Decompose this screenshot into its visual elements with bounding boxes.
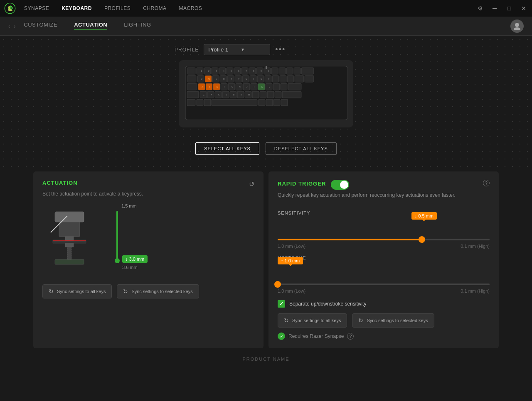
svg-rect-13	[234, 68, 241, 74]
svg-rect-8	[197, 68, 203, 74]
svg-rect-64	[275, 91, 281, 98]
sensitivity-slider-container: ↓ 0.5 mm	[278, 224, 490, 240]
rt-header: RAPID TRIGGER Quickly repeat key actuati…	[278, 180, 490, 205]
svg-rect-10	[212, 68, 218, 74]
svg-rect-53	[187, 91, 199, 98]
keyboard-display-area: 12345 67890 Q W ERTYUIOP A S D FGHJI K L…	[0, 60, 532, 136]
upstroke-labels: 1.0 mm (Low) 0.1 mm (High)	[278, 289, 490, 293]
upstroke-slider-track[interactable]	[278, 284, 490, 285]
svg-rect-118	[55, 259, 84, 264]
close-icon[interactable]: ✕	[520, 4, 528, 12]
rt-help-icon[interactable]: ?	[483, 180, 490, 186]
upstroke-section: UPSTROKE ↑ 1.0 mm 1.0 mm (Low) 0.1 mm (H…	[278, 255, 490, 293]
depth-top-label: 1.5 mm	[121, 203, 137, 208]
rt-sync-all-button[interactable]: ↻ Sync settings to all keys	[278, 313, 347, 328]
maximize-icon[interactable]: □	[505, 4, 513, 12]
forward-arrow[interactable]: ›	[14, 23, 16, 29]
upstroke-low-label: 1.0 mm (Low)	[278, 289, 305, 293]
title-bar: ⚙ 🐍 SYNAPSE KEYBOARD PROFILES CHROMA MAC…	[0, 0, 532, 17]
razer-logo: ⚙ 🐍	[4, 2, 16, 14]
nav-arrows: ‹ ›	[8, 23, 15, 29]
rt-sync-all-label: Sync settings to all keys	[292, 318, 341, 323]
user-avatar[interactable]	[510, 20, 524, 33]
keyboard-svg: 12345 67890 Q W ERTYUIOP A S D FGHJI K L…	[185, 66, 347, 120]
sync-all-label: Sync settings to all keys	[57, 289, 106, 294]
svg-rect-39	[187, 83, 197, 90]
settings-icon[interactable]: ⚙	[476, 4, 484, 12]
sync-selected-icon: ↻	[123, 288, 128, 295]
svg-text:I: I	[253, 78, 254, 80]
rapid-trigger-panel: RAPID TRIGGER Quickly repeat key actuati…	[268, 171, 499, 348]
requires-synapse-label: Requires Razer Synapse	[288, 333, 344, 339]
svg-text:D: D	[217, 86, 218, 88]
nav-profiles[interactable]: PROFILES	[104, 5, 131, 11]
depth-bottom-label: 3.6 mm	[122, 265, 138, 270]
svg-rect-63	[267, 91, 274, 98]
rt-sync-selected-icon: ↻	[358, 317, 363, 324]
sub-nav: ‹ › CUSTOMIZE ACTUATION LIGHTING	[0, 17, 532, 36]
actuation-reset-icon[interactable]: ↺	[249, 180, 254, 188]
svg-text:Z: Z	[203, 93, 204, 96]
sensitivity-fill	[278, 239, 422, 240]
svg-text:4: 4	[223, 70, 224, 72]
svg-text:9: 9	[261, 70, 262, 72]
rt-sync-row: ↻ Sync settings to all keys ↻ Sync setti…	[278, 313, 490, 328]
svg-rect-36	[287, 76, 294, 82]
requires-help-icon[interactable]: ?	[347, 333, 354, 340]
rt-sync-all-icon: ↻	[284, 317, 289, 324]
svg-rect-117	[53, 240, 86, 241]
svg-text:2: 2	[208, 70, 209, 72]
svg-rect-72	[273, 99, 280, 106]
sub-nav-items: CUSTOMIZE ACTUATION LIGHTING	[24, 22, 510, 30]
depth-dot	[115, 258, 120, 263]
select-all-keys-button[interactable]: SELECT ALL KEYS	[195, 142, 259, 155]
actuation-desc: Set the actuation point to activate a ke…	[42, 191, 254, 197]
svg-rect-20	[286, 68, 293, 74]
svg-text:U: U	[246, 78, 247, 80]
sensitivity-label: SENSITIVITY	[278, 210, 490, 215]
nav-chroma[interactable]: CHROMA	[143, 5, 166, 11]
svg-rect-11	[219, 68, 226, 74]
svg-rect-15	[249, 68, 256, 74]
nav-macros[interactable]: MACROS	[179, 5, 202, 11]
tab-customize[interactable]: CUSTOMIZE	[24, 22, 57, 30]
nav-synapse[interactable]: SYNAPSE	[24, 5, 49, 11]
svg-text:1: 1	[201, 70, 202, 72]
profile-dropdown[interactable]: Profile 1 ▼	[204, 44, 270, 55]
svg-rect-34	[272, 76, 279, 82]
depth-line	[116, 211, 118, 261]
svg-rect-21	[294, 68, 300, 74]
tab-actuation[interactable]: ACTUATION	[74, 22, 107, 30]
sensitivity-slider-track[interactable]	[278, 239, 490, 240]
svg-rect-67	[197, 99, 203, 106]
svg-point-4	[515, 23, 519, 27]
rapid-trigger-toggle[interactable]	[331, 180, 349, 190]
minimize-icon[interactable]: ─	[490, 4, 499, 12]
deselect-all-keys-button[interactable]: DESELECT ALL KEYS	[266, 142, 337, 155]
svg-text:L: L	[269, 86, 270, 88]
window-controls: ⚙ ─ □ ✕	[476, 4, 528, 12]
separate-sensitivity-checkbox[interactable]: ✓	[278, 300, 285, 308]
back-arrow[interactable]: ‹	[8, 23, 10, 29]
svg-rect-52	[288, 83, 301, 90]
requires-synapse-row: ✓ Requires Razer Synapse ?	[278, 333, 490, 340]
profile-options[interactable]: •••	[275, 45, 286, 54]
sensitivity-tooltip-value: ↓ 0.5 mm	[415, 213, 433, 218]
depth-badge-value: ↓ 3.0 mm	[126, 257, 144, 262]
svg-rect-73	[281, 99, 288, 106]
tab-lighting[interactable]: LIGHTING	[124, 22, 151, 30]
actuation-sync-all-button[interactable]: ↻ Sync settings to all keys	[42, 284, 112, 298]
upstroke-thumb[interactable]	[274, 281, 281, 288]
svg-rect-112	[55, 212, 84, 222]
svg-text:6: 6	[238, 70, 239, 72]
sensitivity-thumb[interactable]	[419, 236, 425, 243]
nav-keyboard[interactable]: KEYBOARD	[62, 5, 92, 11]
profile-label: PROFILE	[175, 47, 199, 53]
svg-rect-14	[241, 68, 248, 74]
rt-sync-selected-button[interactable]: ↻ Sync settings to selected keys	[352, 313, 434, 328]
svg-rect-113	[59, 222, 80, 237]
svg-text:I: I	[254, 86, 254, 88]
svg-text:5: 5	[231, 70, 232, 72]
actuation-sync-selected-button[interactable]: ↻ Sync settings to selected keys	[117, 284, 199, 298]
keyboard-container: 12345 67890 Q W ERTYUIOP A S D FGHJI K L…	[179, 60, 353, 127]
